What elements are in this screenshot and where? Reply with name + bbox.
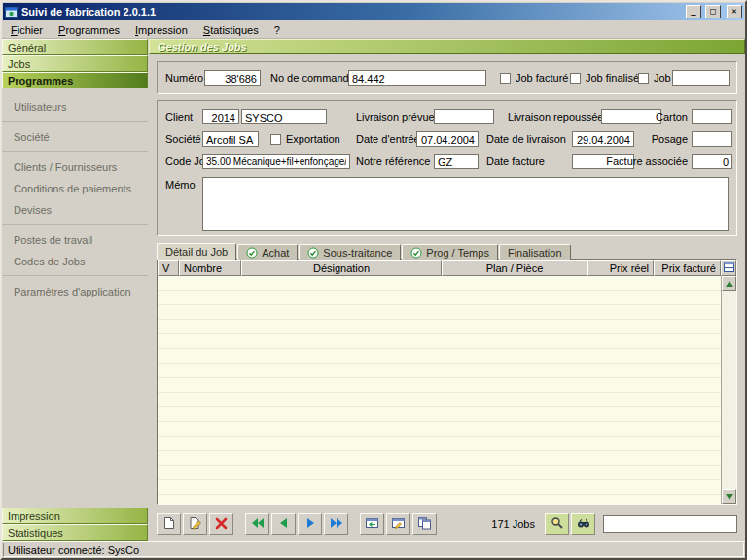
carton-label: Carton [656,111,688,122]
column-header-prix-reel[interactable]: Prix réel [587,260,654,276]
code-job-field[interactable] [202,154,350,169]
date-entree-field[interactable] [416,131,479,147]
sidebar-item-societe[interactable]: Société [2,126,148,152]
menu-help[interactable]: ? [267,21,288,38]
column-header-v[interactable]: V [158,260,179,276]
search-input[interactable] [603,515,737,533]
job-detail-table: V Nombre Désignation Plan / Pièce Prix r… [157,259,737,505]
delete-x-icon [215,517,228,532]
new-record-button[interactable] [157,513,181,535]
sidebar-section-general[interactable]: Général [2,39,148,55]
maximize-button[interactable]: □ [705,5,721,18]
job-facture-label: Job facturé [516,72,568,84]
binoculars-icon [577,516,590,532]
vertical-scrollbar[interactable] [721,276,736,504]
column-header-designation[interactable]: Désignation [241,260,442,276]
sidebar: Général Jobs Programmes Utilisateurs Soc… [2,39,148,541]
livraison-prevue-label: Livraison prévue [356,111,435,122]
column-header-prix-facture[interactable]: Prix facturé [654,260,721,276]
sidebar-item-utilisateurs[interactable]: Utilisateurs [2,96,148,122]
search-button[interactable] [545,513,569,535]
facture-associee-field[interactable] [692,154,732,169]
scroll-up-button[interactable] [722,276,736,291]
table-body[interactable] [158,276,721,504]
client-name-field[interactable] [241,109,327,124]
numero-field[interactable] [204,70,261,86]
edit-window-button[interactable] [386,513,410,535]
tab-label: Détail du Job [165,246,228,258]
sidebar-section-programmes[interactable]: Programmes [2,72,148,88]
sidebar-item-postes-travail[interactable]: Postes de travail [2,229,148,251]
date-facture-label: Date facture [486,156,545,167]
copy-record-button[interactable] [412,513,437,535]
menu-fichier[interactable]: Fichier [3,21,51,38]
exportation-checkbox[interactable]: Exportation [270,133,340,145]
scroll-down-button[interactable] [722,489,736,504]
sidebar-section-statistiques[interactable]: Statistiques [2,524,148,541]
sidebar-item-clients-fournisseurs[interactable]: Clients / Fournisseurs [2,157,148,178]
down-arrow-icon [726,494,733,500]
prev-arrow-icon [277,517,291,531]
sidebar-section-jobs[interactable]: Jobs [2,55,148,72]
tab-detail-du-job[interactable]: Détail du Job [157,243,236,260]
tab-label: Sous-traitance [323,247,392,259]
date-entree-label: Date d'entrée [356,133,420,145]
sidebar-item-codes-jobs[interactable]: Codes de Jobs [2,251,148,276]
livraison-prevue-field[interactable] [434,109,494,124]
carton-field[interactable] [692,109,732,124]
content-area: Général Jobs Programmes Utilisateurs Soc… [2,39,745,541]
sidebar-item-parametres[interactable]: Paramètres d'application [2,281,148,302]
menu-programmes[interactable]: Programmes [51,21,127,38]
next-record-button[interactable] [298,513,322,535]
table-body-wrap [158,276,736,504]
checkbox-icon [638,73,649,84]
window-pencil-icon [391,516,406,532]
posage-field[interactable] [692,131,732,147]
reference-field[interactable] [434,154,479,169]
check-circle-icon [246,247,258,259]
last-record-button[interactable] [324,513,348,535]
find-button[interactable] [571,513,595,535]
minimize-button[interactable]: _ [686,5,701,18]
menu-bar: Fichier Programmes Impression Statistiqu… [2,20,745,39]
tab-sous-traitance[interactable]: Sous-traitance [299,244,401,260]
delete-record-button[interactable] [209,513,233,535]
sidebar-item-conditions-paiements[interactable]: Conditions de paiements [2,178,148,199]
sidebar-section-impression[interactable]: Impression [2,508,148,524]
check-circle-icon [307,247,319,259]
previous-record-button[interactable] [271,513,296,535]
tab-achat[interactable]: Achat [237,244,298,260]
open-window-button[interactable] [360,513,384,535]
client-label: Client [165,111,193,122]
column-header-plan-piece[interactable]: Plan / Pièce [442,260,587,276]
sidebar-item-devises[interactable]: Devises [2,199,148,225]
menu-impression[interactable]: Impression [127,21,196,38]
livraison-repoussee-field[interactable] [601,109,661,124]
menu-statistiques[interactable]: Statistiques [196,21,267,38]
livraison-repoussee-label: Livraison repoussée [508,111,603,122]
numero-label: Numéro [165,72,203,84]
title-bar[interactable]: Suivi de fabrication 2.0.1.1 _ □ ✕ [3,3,744,20]
memo-label: Mémo [165,179,196,191]
first-record-button[interactable] [245,513,269,535]
memo-field[interactable] [202,177,729,231]
close-button[interactable]: ✕ [727,5,742,18]
job-header-extra-field[interactable] [672,70,730,86]
job-finalise-checkbox[interactable]: Job finalisé [570,72,639,84]
societe-field[interactable] [202,131,259,147]
client-code-field[interactable] [202,109,239,124]
window-arrow-icon [365,516,379,532]
last-arrow-icon [330,517,343,531]
tab-finalisation[interactable]: Finalisation [499,244,571,260]
edit-record-button[interactable] [183,513,207,535]
commande-field[interactable] [348,70,486,86]
job-facture-checkbox[interactable]: Job facturé [500,72,568,84]
date-livraison-field[interactable] [572,131,634,147]
tab-prog-temps[interactable]: Prog / Temps [402,244,498,260]
column-header-nombre[interactable]: Nombre [179,260,241,276]
app-window: Suivi de fabrication 2.0.1.1 _ □ ✕ Fichi… [0,0,747,560]
new-page-icon [162,516,176,532]
main-area: Gestion des Jobs Numéro No de commande J… [148,39,745,541]
jobs-count-label: 171 Jobs [491,518,543,530]
column-chooser-button[interactable] [721,260,736,276]
